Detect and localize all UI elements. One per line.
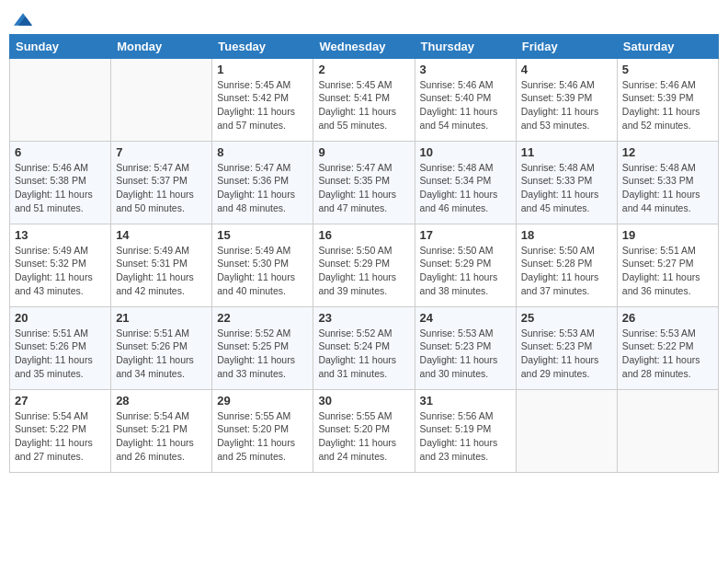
- day-number: 8: [217, 145, 308, 159]
- weekday-header-sunday: Sunday: [10, 34, 111, 58]
- calendar-cell: 7Sunrise: 5:47 AM Sunset: 5:37 PM Daylig…: [111, 141, 212, 224]
- day-number: 2: [318, 63, 409, 76]
- day-number: 3: [420, 63, 511, 76]
- day-info: Sunrise: 5:48 AM Sunset: 5:34 PM Dayligh…: [420, 161, 511, 215]
- day-info: Sunrise: 5:49 AM Sunset: 5:32 PM Dayligh…: [15, 244, 106, 298]
- day-info: Sunrise: 5:47 AM Sunset: 5:36 PM Dayligh…: [217, 161, 308, 215]
- day-info: Sunrise: 5:46 AM Sunset: 5:39 PM Dayligh…: [521, 78, 612, 132]
- day-number: 9: [318, 145, 409, 159]
- day-number: 20: [15, 311, 106, 325]
- day-info: Sunrise: 5:49 AM Sunset: 5:31 PM Dayligh…: [116, 244, 207, 298]
- day-info: Sunrise: 5:45 AM Sunset: 5:41 PM Dayligh…: [318, 78, 409, 132]
- day-info: Sunrise: 5:50 AM Sunset: 5:29 PM Dayligh…: [420, 244, 511, 298]
- day-number: 24: [420, 311, 511, 325]
- calendar-cell: 9Sunrise: 5:47 AM Sunset: 5:35 PM Daylig…: [313, 141, 415, 224]
- day-info: Sunrise: 5:53 AM Sunset: 5:23 PM Dayligh…: [521, 327, 612, 381]
- day-info: Sunrise: 5:47 AM Sunset: 5:35 PM Dayligh…: [318, 161, 409, 215]
- day-number: 15: [217, 228, 308, 242]
- day-info: Sunrise: 5:51 AM Sunset: 5:26 PM Dayligh…: [116, 327, 207, 381]
- day-number: 17: [420, 228, 511, 242]
- calendar-cell: 21Sunrise: 5:51 AM Sunset: 5:26 PM Dayli…: [111, 306, 212, 389]
- day-info: Sunrise: 5:52 AM Sunset: 5:25 PM Dayligh…: [217, 327, 308, 381]
- day-number: 16: [318, 228, 409, 242]
- day-number: 30: [318, 394, 409, 408]
- day-info: Sunrise: 5:48 AM Sunset: 5:33 PM Dayligh…: [622, 161, 713, 215]
- day-info: Sunrise: 5:50 AM Sunset: 5:29 PM Dayligh…: [318, 244, 409, 298]
- calendar-cell: [516, 389, 617, 472]
- day-info: Sunrise: 5:51 AM Sunset: 5:26 PM Dayligh…: [15, 327, 106, 381]
- calendar-cell: 12Sunrise: 5:48 AM Sunset: 5:33 PM Dayli…: [617, 141, 718, 224]
- calendar-week-row: 13Sunrise: 5:49 AM Sunset: 5:32 PM Dayli…: [10, 224, 719, 306]
- calendar-week-row: 27Sunrise: 5:54 AM Sunset: 5:22 PM Dayli…: [10, 389, 719, 472]
- calendar-cell: 17Sunrise: 5:50 AM Sunset: 5:29 PM Dayli…: [415, 224, 516, 306]
- calendar-cell: 8Sunrise: 5:47 AM Sunset: 5:36 PM Daylig…: [212, 141, 313, 224]
- day-number: 28: [116, 394, 207, 408]
- day-number: 1: [217, 63, 308, 76]
- day-info: Sunrise: 5:46 AM Sunset: 5:38 PM Dayligh…: [15, 161, 106, 215]
- day-number: 18: [521, 228, 612, 242]
- day-number: 23: [318, 311, 409, 325]
- calendar-cell: 27Sunrise: 5:54 AM Sunset: 5:22 PM Dayli…: [10, 389, 111, 472]
- calendar-week-row: 6Sunrise: 5:46 AM Sunset: 5:38 PM Daylig…: [10, 141, 719, 224]
- calendar-cell: 29Sunrise: 5:55 AM Sunset: 5:20 PM Dayli…: [212, 389, 313, 472]
- day-info: Sunrise: 5:51 AM Sunset: 5:27 PM Dayligh…: [622, 244, 713, 298]
- calendar-cell: 25Sunrise: 5:53 AM Sunset: 5:23 PM Dayli…: [516, 306, 617, 389]
- day-info: Sunrise: 5:55 AM Sunset: 5:20 PM Dayligh…: [217, 409, 308, 464]
- calendar-cell: 2Sunrise: 5:45 AM Sunset: 5:41 PM Daylig…: [313, 58, 415, 141]
- logo-general: [13, 9, 32, 29]
- day-number: 14: [116, 228, 207, 242]
- calendar-cell: 10Sunrise: 5:48 AM Sunset: 5:34 PM Dayli…: [415, 141, 516, 224]
- day-number: 21: [116, 311, 207, 325]
- day-number: 13: [15, 228, 106, 242]
- day-number: 29: [217, 394, 308, 408]
- calendar-cell: 4Sunrise: 5:46 AM Sunset: 5:39 PM Daylig…: [516, 58, 617, 141]
- calendar-cell: 24Sunrise: 5:53 AM Sunset: 5:23 PM Dayli…: [415, 306, 516, 389]
- day-number: 25: [521, 311, 612, 325]
- day-number: 6: [15, 145, 106, 159]
- logo: [13, 9, 32, 29]
- day-info: Sunrise: 5:56 AM Sunset: 5:19 PM Dayligh…: [420, 409, 511, 464]
- calendar-cell: 19Sunrise: 5:51 AM Sunset: 5:27 PM Dayli…: [617, 224, 718, 306]
- calendar-cell: [617, 389, 718, 472]
- day-number: 10: [420, 145, 511, 159]
- day-number: 12: [622, 145, 713, 159]
- calendar-cell: 1Sunrise: 5:45 AM Sunset: 5:42 PM Daylig…: [212, 58, 313, 141]
- weekday-header-thursday: Thursday: [415, 34, 516, 58]
- day-info: Sunrise: 5:53 AM Sunset: 5:23 PM Dayligh…: [420, 327, 511, 381]
- calendar-table: SundayMondayTuesdayWednesdayThursdayFrid…: [9, 34, 719, 473]
- day-info: Sunrise: 5:46 AM Sunset: 5:39 PM Dayligh…: [622, 78, 713, 132]
- day-number: 27: [15, 394, 106, 408]
- day-info: Sunrise: 5:54 AM Sunset: 5:21 PM Dayligh…: [116, 409, 207, 464]
- calendar-week-row: 1Sunrise: 5:45 AM Sunset: 5:42 PM Daylig…: [10, 58, 719, 141]
- day-number: 11: [521, 145, 612, 159]
- calendar-cell: 5Sunrise: 5:46 AM Sunset: 5:39 PM Daylig…: [617, 58, 718, 141]
- day-number: 7: [116, 145, 207, 159]
- day-info: Sunrise: 5:47 AM Sunset: 5:37 PM Dayligh…: [116, 161, 207, 215]
- calendar-cell: 18Sunrise: 5:50 AM Sunset: 5:28 PM Dayli…: [516, 224, 617, 306]
- calendar-cell: 26Sunrise: 5:53 AM Sunset: 5:22 PM Dayli…: [617, 306, 718, 389]
- day-number: 4: [521, 63, 612, 76]
- day-number: 31: [420, 394, 511, 408]
- calendar-week-row: 20Sunrise: 5:51 AM Sunset: 5:26 PM Dayli…: [10, 306, 719, 389]
- calendar-cell: [10, 58, 111, 141]
- calendar-cell: 23Sunrise: 5:52 AM Sunset: 5:24 PM Dayli…: [313, 306, 415, 389]
- calendar-cell: 31Sunrise: 5:56 AM Sunset: 5:19 PM Dayli…: [415, 389, 516, 472]
- day-info: Sunrise: 5:54 AM Sunset: 5:22 PM Dayligh…: [15, 409, 106, 464]
- calendar-cell: 11Sunrise: 5:48 AM Sunset: 5:33 PM Dayli…: [516, 141, 617, 224]
- day-number: 26: [622, 311, 713, 325]
- day-info: Sunrise: 5:53 AM Sunset: 5:22 PM Dayligh…: [622, 327, 713, 381]
- day-info: Sunrise: 5:49 AM Sunset: 5:30 PM Dayligh…: [217, 244, 308, 298]
- weekday-header-saturday: Saturday: [617, 34, 718, 58]
- weekday-header-row: SundayMondayTuesdayWednesdayThursdayFrid…: [10, 34, 719, 58]
- calendar-cell: 15Sunrise: 5:49 AM Sunset: 5:30 PM Dayli…: [212, 224, 313, 306]
- day-info: Sunrise: 5:55 AM Sunset: 5:20 PM Dayligh…: [318, 409, 409, 464]
- weekday-header-tuesday: Tuesday: [212, 34, 313, 58]
- page-header: [9, 9, 719, 29]
- calendar-cell: 22Sunrise: 5:52 AM Sunset: 5:25 PM Dayli…: [212, 306, 313, 389]
- calendar-cell: 20Sunrise: 5:51 AM Sunset: 5:26 PM Dayli…: [10, 306, 111, 389]
- day-number: 22: [217, 311, 308, 325]
- calendar-cell: [111, 58, 212, 141]
- calendar-cell: 6Sunrise: 5:46 AM Sunset: 5:38 PM Daylig…: [10, 141, 111, 224]
- weekday-header-monday: Monday: [111, 34, 212, 58]
- day-number: 5: [622, 63, 713, 76]
